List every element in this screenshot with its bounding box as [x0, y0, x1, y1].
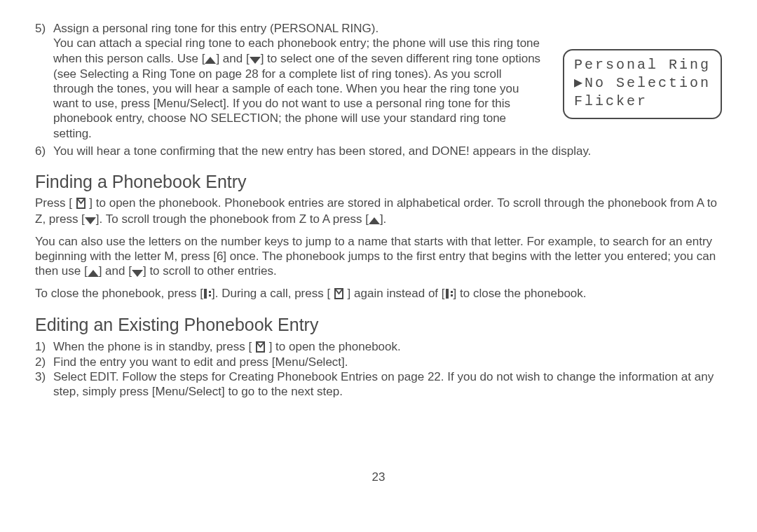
- editing-s3-num: 3): [35, 369, 53, 400]
- lcd-line1: Personal Ring: [574, 56, 711, 74]
- svg-rect-9: [446, 289, 449, 299]
- editing-s1-body: When the phone is in standby, press [ ] …: [53, 339, 722, 355]
- svg-rect-11: [451, 294, 453, 296]
- svg-marker-5: [132, 270, 143, 277]
- phonebook-icon: [334, 287, 344, 301]
- up-arrow-icon: [205, 51, 216, 66]
- step5-text-b: ] and [: [216, 52, 249, 65]
- svg-rect-8: [209, 294, 211, 296]
- svg-marker-4: [88, 270, 99, 277]
- end-call-icon: [445, 287, 453, 301]
- phonebook-icon: [76, 196, 86, 211]
- finding-heading: Finding a Phonebook Entry: [35, 171, 722, 193]
- step5-row: 5) Assign a personal ring tone for this …: [35, 21, 722, 141]
- editing-step1: 1) When the phone is in standby, press […: [35, 339, 722, 355]
- finding-p1d: ].: [380, 212, 386, 226]
- step5: 5) Assign a personal ring tone for this …: [35, 21, 542, 141]
- svg-rect-6: [204, 289, 207, 299]
- step6-text: You will hear a tone confirming that the…: [53, 144, 722, 158]
- svg-marker-0: [205, 57, 216, 64]
- finding-p3c: ] again instead of [: [344, 287, 445, 300]
- step5-number: 5): [35, 21, 53, 141]
- step5-body: You can attach a special ring tone to ea…: [53, 36, 542, 141]
- finding-p1a: Press [: [35, 196, 76, 210]
- editing-s1-num: 1): [35, 339, 53, 355]
- svg-marker-2: [85, 217, 96, 224]
- finding-p3b: ]. During a call, press [: [212, 287, 334, 300]
- down-arrow-icon: [85, 212, 96, 226]
- svg-rect-7: [209, 291, 211, 293]
- manual-page: 5) Assign a personal ring tone for this …: [0, 0, 757, 484]
- lcd-line2: ▶No Selection: [574, 74, 711, 93]
- finding-p2: You can also use the letters on the numb…: [35, 234, 722, 280]
- up-arrow-icon: [369, 212, 380, 226]
- step5-title: Assign a personal ring tone for this ent…: [53, 21, 542, 36]
- finding-p3d: ] to close the phonebook.: [453, 287, 587, 300]
- down-arrow-icon: [132, 264, 143, 279]
- finding-p3: To close the phonebook, press []. During…: [35, 286, 722, 301]
- lcd-display: Personal Ring ▶No Selection Flicker: [563, 49, 722, 119]
- lcd-cursor-icon: ▶: [574, 75, 585, 91]
- editing-heading: Editing an Existing Phonebook Entry: [35, 314, 722, 336]
- finding-p2c: ] to scroll to other entries.: [143, 264, 277, 278]
- svg-marker-3: [369, 217, 380, 224]
- editing-step2: 2) Find the entry you want to edit and p…: [35, 355, 722, 369]
- editing-s1b: ] to open the phonebook.: [266, 340, 401, 353]
- svg-rect-10: [451, 291, 453, 293]
- phonebook-icon: [255, 340, 266, 355]
- editing-step3: 3) Select EDIT. Follow the steps for Cre…: [35, 369, 722, 400]
- editing-s2-num: 2): [35, 355, 53, 369]
- editing-s3-text: Select EDIT. Follow the steps for Creati…: [53, 369, 722, 400]
- lcd-line2-text: No Selection: [585, 75, 711, 91]
- end-call-icon: [203, 287, 212, 301]
- finding-p1c: ]. To scroll trough the phonebook from Z…: [96, 212, 369, 226]
- svg-marker-1: [250, 57, 261, 64]
- editing-s1a: When the phone is in standby, press [: [53, 340, 255, 353]
- editing-s2-text: Find the entry you want to edit and pres…: [53, 355, 722, 369]
- up-arrow-icon: [88, 264, 99, 279]
- lcd-line3: Flicker: [574, 93, 711, 111]
- step6: 6) You will hear a tone confirming that …: [35, 144, 722, 158]
- page-number: 23: [35, 470, 722, 484]
- down-arrow-icon: [250, 51, 261, 66]
- step6-number: 6): [35, 144, 53, 158]
- finding-p1: Press [ ] to open the phonebook. Phonebo…: [35, 196, 722, 226]
- finding-p3a: To close the phonebook, press [: [35, 287, 203, 300]
- finding-p2b: ] and [: [99, 264, 132, 278]
